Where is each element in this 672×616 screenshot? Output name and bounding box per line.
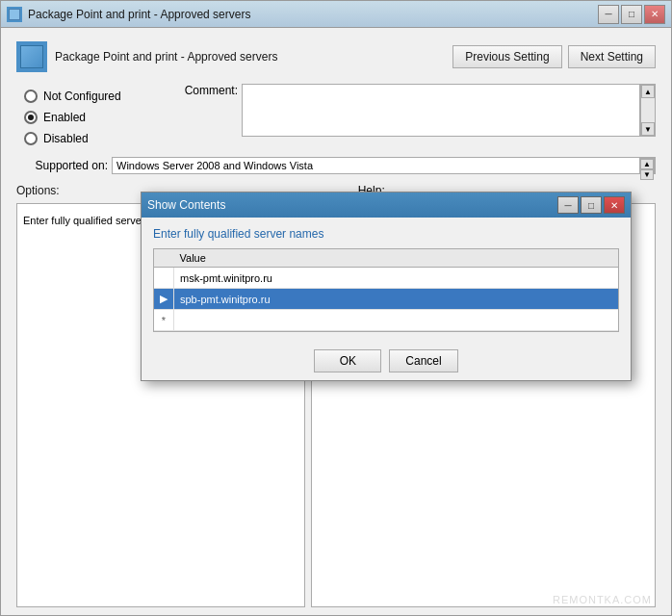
row-2-value[interactable]: spb-pmt.winitpro.ru <box>174 289 619 310</box>
ok-button[interactable]: OK <box>314 349 381 372</box>
table-row[interactable]: msk-pmt.winitpro.ru <box>154 268 618 289</box>
header-row: Package Point and print - Approved serve… <box>9 36 663 78</box>
dialog-footer: OK Cancel <box>142 342 631 380</box>
dialog-minimize-button[interactable]: ─ <box>557 196 579 214</box>
radio-disabled[interactable]: Disabled <box>24 132 163 145</box>
row-3-value[interactable] <box>174 310 619 331</box>
header-buttons: Previous Setting Next Setting <box>452 45 656 68</box>
comment-scrollbar: ▲ ▼ <box>640 84 656 137</box>
row-3-selector: * <box>154 310 174 331</box>
radio-disabled-label: Disabled <box>43 132 89 145</box>
next-setting-button[interactable]: Next Setting <box>568 45 656 68</box>
comment-textarea[interactable] <box>242 84 640 137</box>
previous-setting-button[interactable]: Previous Setting <box>452 45 561 68</box>
row-1-selector <box>154 268 174 289</box>
dialog-maximize-button[interactable]: □ <box>581 196 602 214</box>
supported-on-box: Windows Server 2008 and Windows Vista ▲ … <box>112 157 656 174</box>
row-1-value[interactable]: msk-pmt.winitpro.ru <box>174 268 619 289</box>
title-bar-buttons: ─ □ ✕ <box>598 5 665 24</box>
options-label: Options: <box>16 184 60 197</box>
scroll-up-arrow[interactable]: ▲ <box>641 85 655 98</box>
supported-on-row: Supported on: Windows Server 2008 and Wi… <box>9 157 663 174</box>
policy-icon-inner <box>20 45 43 68</box>
title-bar: Package Point and print - Approved serve… <box>1 1 671 28</box>
radio-enabled-input[interactable] <box>24 111 38 124</box>
supported-on-value: Windows Server 2008 and Windows Vista <box>116 160 651 171</box>
dialog-title-bar: Show Contents ─ □ ✕ <box>142 192 631 218</box>
radio-group: Not Configured Enabled Disabled <box>16 84 170 151</box>
maximize-button[interactable]: □ <box>621 5 642 24</box>
policy-icon <box>16 41 47 72</box>
dialog-close-button[interactable]: ✕ <box>604 196 625 214</box>
comment-label: Comment: <box>170 84 238 97</box>
show-contents-dialog: Show Contents ─ □ ✕ Enter fully qualifie… <box>141 192 632 381</box>
table-col-value: Value <box>174 249 619 268</box>
radio-not-configured[interactable]: Not Configured <box>24 90 163 103</box>
header-left: Package Point and print - Approved serve… <box>16 41 277 72</box>
radio-not-configured-label: Not Configured <box>43 90 121 103</box>
dialog-table: Value msk-pmt.winitpro.ru ▶ s <box>154 249 618 331</box>
supported-scroll-down[interactable]: ▼ <box>640 169 654 180</box>
table-row-selected[interactable]: ▶ spb-pmt.winitpro.ru <box>154 289 618 310</box>
dialog-content: Enter fully qualified server names Value <box>142 218 631 342</box>
table-row-empty[interactable]: * <box>154 310 618 331</box>
supported-on-label: Supported on: <box>16 157 108 172</box>
close-button[interactable]: ✕ <box>644 5 665 24</box>
window-title: Package Point and print - Approved serve… <box>28 8 250 21</box>
supported-scrollbar: ▲ ▼ <box>639 158 655 173</box>
radio-disabled-input[interactable] <box>24 132 38 145</box>
radio-not-configured-input[interactable] <box>24 90 38 103</box>
dialog-title: Show Contents <box>147 198 225 212</box>
app-icon <box>7 7 22 22</box>
row-2-selector: ▶ <box>154 289 174 310</box>
main-window: Package Point and print - Approved serve… <box>0 0 672 616</box>
cancel-button[interactable]: Cancel <box>389 349 457 372</box>
table-col-selector <box>154 249 174 268</box>
policy-title: Package Point and print - Approved serve… <box>55 50 277 64</box>
dialog-instruction: Enter fully qualified server names <box>153 227 619 241</box>
title-bar-left: Package Point and print - Approved serve… <box>7 7 250 22</box>
minimize-button[interactable]: ─ <box>598 5 619 24</box>
supported-scroll-up[interactable]: ▲ <box>640 159 654 169</box>
content-area: Package Point and print - Approved serve… <box>1 28 671 615</box>
radio-enabled[interactable]: Enabled <box>24 111 163 124</box>
watermark: REMONTKA.COM <box>553 594 652 605</box>
scroll-down-arrow[interactable]: ▼ <box>641 122 655 136</box>
dialog-title-buttons: ─ □ ✕ <box>557 196 625 214</box>
radio-enabled-label: Enabled <box>43 111 86 124</box>
dialog-table-container: Value msk-pmt.winitpro.ru ▶ s <box>153 248 619 332</box>
